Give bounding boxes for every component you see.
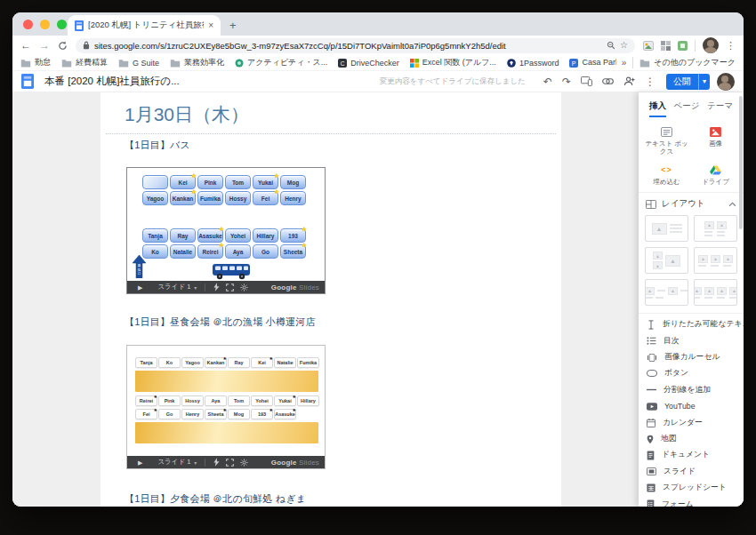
sidebar-item-map[interactable]: 地図 [639,431,744,447]
lunch-seat-card: Fumika [297,357,319,368]
sidebar-item-collapsible-text[interactable]: 折りたたみ可能なテキスト [639,316,744,332]
layout-section-header[interactable]: レイアウト [639,193,744,212]
bookmark-item[interactable]: Excel 関数 (アルフ... [410,57,496,68]
window-zoom-button[interactable] [57,20,67,29]
browser-tab[interactable]: [2020 札幌] トリニティ社員旅行 × [68,15,221,36]
bookmarks-overflow-icon[interactable]: » [622,58,627,68]
insert-textbox-tile[interactable]: テキスト ボックス [642,123,691,161]
bookmark-item[interactable]: 業務効率化 [170,57,224,68]
sidebar-tab-insert[interactable]: 挿入 [649,100,666,117]
insert-embed-tile[interactable]: <>埋め込む [642,161,691,190]
docs-icon [647,451,655,460]
url-text[interactable]: sites.google.com/s/1zruC2UXEy8e5bGw_3-m9… [94,41,602,51]
sidebar-item-slides[interactable]: スライド [639,464,744,480]
browser-profile-avatar[interactable] [703,37,719,53]
google-sites-logo-icon[interactable] [21,74,34,89]
preview-devices-icon[interactable] [581,76,592,86]
sidebar-item-youtube[interactable]: YouTube [639,398,744,414]
sidebar-tab-themes[interactable]: テーマ [707,100,733,117]
play-icon[interactable]: ▶ [138,284,142,291]
extension-icon[interactable] [678,41,688,51]
layout-option[interactable]: ▲ [645,215,688,242]
slides-embed-bus[interactable]: Kei★PinkTomYukai★MogYagooKankan★FumikaHo… [126,167,326,294]
bookmark-item[interactable]: 1Password [507,59,559,68]
share-person-add-icon[interactable] [623,76,635,86]
copy-link-icon[interactable] [602,77,614,85]
slide-selector[interactable]: スライド 1 ▾ [157,283,197,291]
site-title[interactable]: 本番 [2020 札幌]社員旅行の... [44,75,180,88]
bookmark-item[interactable]: CDriveChecker [338,59,399,68]
page-title[interactable]: 1月30日（木） [125,102,249,127]
window-close-button[interactable] [23,20,33,29]
pointer-icon[interactable] [213,458,220,467]
seat-name: Henry [186,411,200,417]
play-icon[interactable]: ▶ [138,459,142,466]
fullscreen-icon[interactable] [226,283,234,291]
layout-option[interactable]: ▲▲▲ [645,247,688,274]
section-heading-bus[interactable]: 【1日目】バス [125,139,190,152]
account-avatar[interactable] [717,73,735,91]
extension-icon[interactable] [661,41,671,51]
more-menu-icon[interactable]: ⋮ [645,76,655,87]
bookmark-item[interactable]: 経費精算 [61,57,108,68]
google-slides-logo[interactable]: Google Slides [271,283,319,291]
collapse-chevron-icon[interactable] [728,202,736,207]
address-bar[interactable]: sites.google.com/s/1zruC2UXEy8e5bGw_3-m9… [76,38,635,53]
sidebar-item-button[interactable]: ボタン [639,365,744,381]
publish-button[interactable]: 公開 ▾ [666,74,710,90]
lunch-seat-row: TanjaKoYagooKankan★RayKei★NatalieFumika [135,357,325,368]
sidebar-item-docs[interactable]: ドキュメント [639,447,744,463]
bookmark-star-icon[interactable]: ☆ [620,41,628,50]
sidebar-item-table-of-contents[interactable]: 目次 [639,333,744,349]
fullscreen-icon[interactable] [226,459,234,467]
sidebar-item-calendar[interactable]: カレンダー [639,414,744,430]
new-tab-button[interactable]: + [229,20,237,31]
bus-seat: Hossy [225,191,251,205]
sidebar-item-sheets[interactable]: スプレッドシート [639,480,744,496]
publish-caret-icon[interactable]: ▾ [698,74,710,90]
slides-icon [647,467,656,475]
window-minimize-button[interactable] [40,20,50,29]
section-heading-dinner[interactable]: 【1日目】夕食会場 ＠北の旬鮮処 ねぎま [125,492,306,506]
insert-sidebar: 挿入ページテーマ テキスト ボックス画像<>埋め込むドライブ レイアウト ▲▲▲… [639,92,744,507]
layout-option[interactable]: ▲▲ [645,279,688,306]
layout-option[interactable]: ▲▲ [694,215,737,242]
sidebar-item-label: フォーム [662,499,694,507]
sidebar-item-image-carousel[interactable]: 画像カルーセル [639,349,744,365]
sidebar-item-label: 画像カルーセル [664,352,720,363]
insert-drive-tile[interactable]: ドライブ [691,161,740,190]
layout-option[interactable]: ▲▲▲ [694,247,737,274]
google-slides-logo[interactable]: Google Slides [271,459,319,467]
layout-option[interactable]: ▲▲▲▲ [694,279,737,306]
sidebar-tab-pages[interactable]: ページ [674,100,700,117]
pointer-icon[interactable] [213,283,220,291]
other-bookmarks-button[interactable]: その他のブックマーク [639,57,736,68]
settings-gear-icon[interactable] [240,283,248,291]
bookmark-item[interactable]: G Suite [118,59,159,68]
bookmark-item[interactable]: 勤怠 [20,57,51,68]
section-heading-lunch[interactable]: 【1日目】昼食会場 ＠北の漁場 小樽運河店 [125,315,316,329]
sidebar-scrollbar[interactable] [739,96,743,229]
forward-icon[interactable]: → [39,40,50,51]
undo-icon[interactable]: ↶ [543,76,552,87]
back-icon[interactable]: ← [20,40,31,51]
bookmark-item[interactable]: PCasa Parking (カ... [569,57,615,68]
slide-selector[interactable]: スライド 1 ▾ [157,458,197,467]
calendar-icon [647,419,655,427]
browser-menu-icon[interactable]: ⋮ [726,40,736,52]
reload-icon[interactable] [58,41,68,51]
sidebar-item-divider[interactable]: 分割線を追加 [639,382,744,398]
bus-icon [212,262,251,280]
settings-gear-icon[interactable] [240,459,248,467]
bus-seat: Yukai★ [253,175,278,189]
lunch-seat-card: Reirei★ [135,395,157,406]
redo-icon[interactable]: ↷ [562,76,571,87]
sidebar-item-forms[interactable]: フォーム [639,496,744,507]
page-zoom-icon[interactable] [607,41,615,50]
insert-image-tile[interactable]: 画像 [691,123,740,161]
screenshot-extension-icon[interactable] [643,41,654,51]
slides-embed-lunch[interactable]: TanjaKoYagooKankan★RayKei★NatalieFumikaR… [126,345,326,469]
address-toolbar: ← → sites.google.com/s/1zruC2UXEy8e5bGw_… [12,36,744,55]
bookmark-item[interactable]: アクティビティ・ス... [235,57,327,68]
tab-close-icon[interactable]: × [208,21,213,30]
